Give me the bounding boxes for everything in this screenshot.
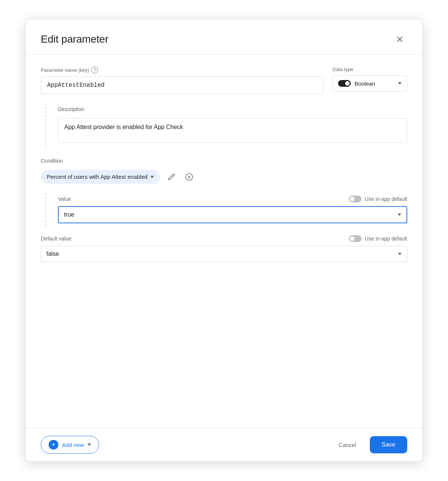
condition-row: Percent of users with App Attest enabled — [41, 170, 407, 184]
data-type-group: Data type Boolean — [332, 67, 407, 92]
description-input[interactable]: App Attest provider is enabled for App C… — [58, 118, 407, 143]
value-selected: true — [64, 211, 74, 218]
chevron-down-icon — [398, 82, 402, 85]
default-use-inapp-label: Use in-app default — [365, 236, 407, 242]
condition-chip-chevron-icon — [150, 176, 154, 178]
value-use-inapp-group: Use in-app default — [349, 196, 407, 202]
default-value-select[interactable]: false — [41, 246, 407, 262]
condition-section: Condition Percent of users with App Atte… — [41, 158, 407, 226]
value-section: Value Use in-app default true — [45, 193, 407, 226]
param-name-label: Parameter name (key) ? — [41, 67, 323, 73]
data-type-value: Boolean — [355, 80, 375, 87]
cancel-button[interactable]: Cancel — [331, 437, 364, 453]
edit-parameter-dialog: Edit parameter Parameter name (key) ? Da… — [26, 20, 422, 461]
add-circle-icon: + — [49, 440, 58, 450]
param-name-row: Parameter name (key) ? Data type Boolean — [41, 67, 407, 94]
dialog-header: Edit parameter — [26, 20, 422, 55]
default-value-label: Default value — [41, 236, 71, 242]
description-section: Description App Attest provider is enabl… — [45, 103, 407, 147]
default-value-row: Default value Use in-app default — [41, 235, 407, 242]
value-label: Value — [58, 196, 71, 202]
default-value-selected: false — [46, 251, 59, 257]
edit-condition-button[interactable] — [165, 170, 178, 184]
add-new-button[interactable]: + Add new — [41, 436, 99, 454]
close-button[interactable] — [392, 32, 407, 47]
default-value-section: Default value Use in-app default false — [41, 235, 407, 262]
save-button[interactable]: Save — [370, 436, 407, 453]
condition-chip-text: Percent of users with App Attest enabled — [47, 174, 147, 180]
condition-chip[interactable]: Percent of users with App Attest enabled — [41, 170, 160, 184]
add-new-label: Add new — [62, 442, 84, 448]
param-name-group: Parameter name (key) ? — [41, 67, 323, 94]
value-use-inapp-label: Use in-app default — [365, 196, 407, 202]
value-use-inapp-toggle[interactable] — [349, 196, 362, 202]
value-select-chevron-icon — [398, 214, 401, 216]
description-label: Description — [58, 106, 407, 112]
default-use-inapp-toggle[interactable] — [349, 235, 362, 242]
condition-label: Condition — [41, 158, 407, 164]
value-select[interactable]: true — [58, 206, 407, 223]
add-new-chevron-icon — [88, 444, 91, 446]
data-type-label: Data type — [332, 67, 407, 72]
param-name-input[interactable] — [41, 76, 323, 94]
default-value-chevron-icon — [398, 253, 402, 255]
data-type-select[interactable]: Boolean — [332, 75, 407, 92]
boolean-toggle-icon — [338, 80, 351, 87]
dialog-title: Edit parameter — [41, 33, 108, 45]
dialog-body: Parameter name (key) ? Data type Boolean… — [26, 55, 422, 428]
footer-actions: Cancel Save — [331, 436, 407, 453]
value-row: Value Use in-app default — [58, 196, 407, 202]
help-icon[interactable]: ? — [91, 67, 98, 73]
default-use-inapp-group: Use in-app default — [349, 235, 407, 242]
remove-condition-button[interactable] — [182, 170, 196, 184]
dialog-footer: + Add new Cancel Save — [26, 428, 422, 461]
